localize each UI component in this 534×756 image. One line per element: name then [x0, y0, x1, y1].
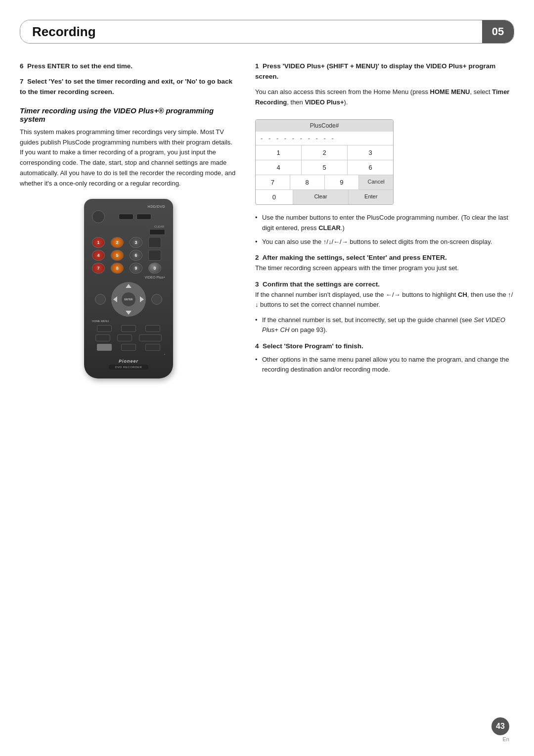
pluscode-screen: PlusCode# - - - - - - - - - - 1 2 3 4 5 …	[255, 119, 394, 205]
pluscode-4[interactable]: 4	[256, 160, 302, 175]
home-menu-label: HOME MENU	[92, 320, 165, 323]
dpad-down-arrow[interactable]	[126, 311, 132, 315]
body-paragraph-1: This system makes programming timer reco…	[20, 127, 237, 189]
remote-control: HDD/DVD CLEAR	[84, 199, 173, 378]
indicator: ▪	[92, 353, 165, 356]
num-btn-1[interactable]: 1	[92, 237, 105, 248]
pluscode-row-2: 4 5 6	[256, 160, 393, 175]
page-number: 05	[482, 20, 514, 43]
num-btn-6[interactable]: 6	[130, 250, 142, 261]
num-btn-0[interactable]: 0	[148, 263, 161, 274]
num-btn-4[interactable]: 4	[92, 250, 105, 261]
dpad-left-outer[interactable]	[95, 294, 106, 305]
bullet-1-2: You can also use the ↑/↓/←/→ buttons to …	[255, 237, 514, 247]
small-btn-3[interactable]	[145, 325, 160, 332]
transport-btn-1[interactable]	[95, 334, 110, 341]
step-1-heading: 1 Press 'VIDEO Plus+ (SHIFT + MENU)' to …	[255, 61, 514, 82]
page-footer: 43 En	[491, 717, 509, 742]
small-btn-2[interactable]	[121, 325, 136, 332]
bullets-4: Other options in the same menu panel all…	[255, 355, 514, 375]
step-3-body: If the channel number isn't displayed, u…	[255, 290, 514, 311]
bullet-3-1: If the channel number is set, but incorr…	[255, 315, 514, 335]
pluscode-header: PlusCode#	[256, 120, 393, 132]
pluscode-row-4: 0 Clear Enter	[256, 190, 393, 204]
num-btn-5[interactable]: 5	[111, 250, 124, 261]
page-header: Recording 05	[20, 20, 514, 44]
bullet-1-1: Use the number buttons to enter the Plus…	[255, 213, 514, 233]
pluscode-9[interactable]: 9	[325, 175, 359, 189]
enter-btn[interactable]: ENTER	[122, 292, 135, 306]
bullets-1: Use the number buttons to enter the Plus…	[255, 213, 514, 246]
page-title-box: Recording	[20, 20, 482, 43]
num-btn-2[interactable]: 2	[111, 237, 124, 248]
small-btns-row	[92, 325, 165, 332]
pluscode-clear[interactable]: Clear	[293, 190, 349, 204]
footer-page-number: 43	[491, 717, 509, 735]
bullet-4-1: Other options in the same menu panel all…	[255, 355, 514, 375]
num-btn-3[interactable]: 3	[130, 237, 142, 248]
transport-btn-2[interactable]	[117, 334, 132, 341]
pluscode-0[interactable]: 0	[256, 190, 293, 204]
video-plus-label: VIDEO Plus+	[92, 276, 165, 279]
pluscode-6[interactable]: 6	[348, 160, 393, 175]
step-7: 7 Select 'Yes' to set the timer recordin…	[20, 77, 237, 97]
dpad-up-arrow[interactable]	[126, 284, 132, 288]
dpad-area: ENTER	[92, 282, 165, 317]
shift-extra-btn-2[interactable]	[145, 344, 160, 351]
extra-btn-2[interactable]	[148, 250, 161, 261]
pluscode-row-3: 7 8 9 Cancel	[256, 175, 393, 190]
pluscode-enter[interactable]: Enter	[349, 190, 393, 204]
dpad: ENTER	[111, 282, 146, 317]
step-6: 6 Press ENTER to set the end time.	[20, 61, 237, 72]
section-title: Timer recording using the VIDEO Plus+® p…	[20, 106, 237, 123]
pluscode-3[interactable]: 3	[348, 145, 393, 160]
dpad-left-arrow[interactable]	[113, 296, 117, 302]
small-btn-1[interactable]	[97, 325, 112, 332]
pluscode-5[interactable]: 5	[302, 160, 348, 175]
step-2-body: The timer recording screen appears with …	[255, 263, 514, 274]
pluscode-cancel[interactable]: Cancel	[359, 175, 393, 189]
dpad-right-outer[interactable]	[151, 294, 162, 305]
transport-btn-3[interactable]	[139, 334, 162, 341]
page-title: Recording	[32, 24, 96, 40]
bullets-3: If the channel number is set, but incorr…	[255, 315, 514, 335]
transport-btns	[92, 334, 165, 341]
extra-btn-1[interactable]	[148, 237, 161, 248]
step-4-heading: 4 Select 'Store Program' to finish.	[255, 342, 514, 350]
pluscode-1[interactable]: 1	[256, 145, 302, 160]
footer-language: En	[503, 736, 509, 742]
num-btn-7[interactable]: 7	[92, 263, 105, 274]
clear-label: CLEAR	[92, 225, 165, 228]
num-btn-8[interactable]: 8	[111, 263, 124, 274]
remote-illustration: HDD/DVD CLEAR	[20, 199, 237, 378]
num-btn-9[interactable]: 9	[130, 263, 142, 274]
top-rect-btn-2[interactable]	[136, 214, 151, 220]
step-2-heading: 2 After making the settings, select 'Ent…	[255, 254, 514, 261]
top-btn-row	[92, 210, 165, 223]
shift-extra-btn-1[interactable]	[121, 344, 136, 351]
shift-row	[92, 344, 165, 351]
pioneer-logo: Pioneer	[92, 359, 165, 364]
dpad-right-arrow[interactable]	[140, 296, 144, 302]
top-left-btn[interactable]	[92, 210, 105, 223]
main-content: 6 Press ENTER to set the end time. 7 Sel…	[20, 61, 514, 379]
step-1-body: You can also access this screen from the…	[255, 87, 514, 108]
left-column: 6 Press ENTER to set the end time. 7 Sel…	[20, 61, 237, 379]
pluscode-2[interactable]: 2	[302, 145, 348, 160]
shift-btn[interactable]	[97, 344, 112, 351]
dvd-recorder-label: DVD RECORDER	[109, 365, 148, 370]
pluscode-dashes: - - - - - - - - - -	[256, 132, 393, 145]
right-column: 1 Press 'VIDEO Plus+ (SHIFT + MENU)' to …	[255, 61, 514, 379]
pluscode-row-1: 1 2 3	[256, 145, 393, 160]
pluscode-8[interactable]: 8	[290, 175, 325, 189]
top-rect-btn-1[interactable]	[119, 214, 134, 220]
pluscode-7[interactable]: 7	[256, 175, 290, 189]
clear-btn[interactable]	[149, 229, 165, 235]
hdd-dvd-label: HDD/DVD	[92, 205, 165, 208]
step-3-heading: 3 Confirm that the settings are correct.	[255, 281, 514, 288]
number-grid: 1 2 3 4 5 6 7 8 9 0	[92, 237, 165, 274]
